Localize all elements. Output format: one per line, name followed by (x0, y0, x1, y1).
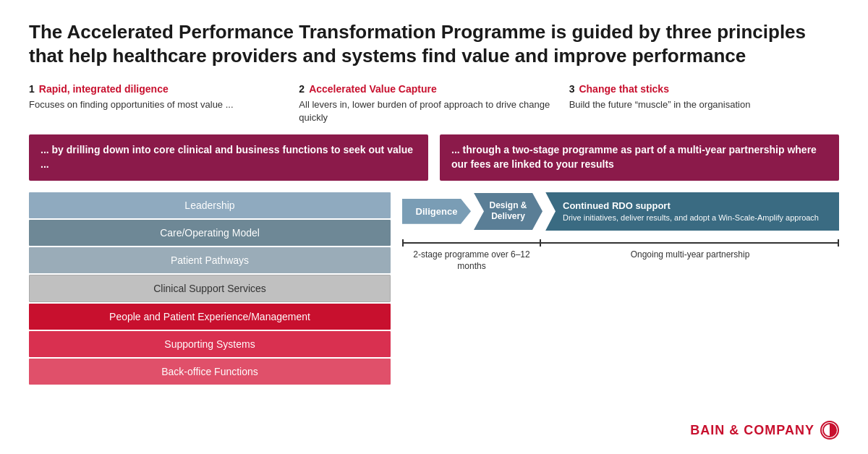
bain-logo: BAIN & COMPANY (690, 421, 839, 440)
timeline-right-line (541, 239, 839, 247)
bain-text: BAIN & COMPANY (690, 423, 814, 438)
principle-1-desc: Focuses on finding opportunities of most… (29, 98, 284, 111)
stack-container: Leadership Care/Operating Model Patient … (29, 192, 391, 386)
tick-right (838, 239, 839, 247)
principle-3-desc: Build the future “muscle” in the organis… (569, 98, 825, 111)
banner-right: ... through a two-stage programme as par… (440, 134, 839, 180)
principles-row: 1 Rapid, integrated diligence Focuses on… (29, 83, 839, 124)
arrow-diligence: Diligence (402, 199, 471, 224)
diagram-container: Diligence Design & Delivery Continued RD… (402, 192, 839, 273)
principle-3: 3 Change that sticks Build the future “m… (569, 83, 839, 124)
principle-3-name: Change that sticks (579, 83, 668, 95)
principle-3-number: 3 (569, 83, 575, 95)
timeline-right-label: Ongoing multi-year partnership (541, 249, 839, 272)
timeline-left-line (402, 239, 541, 247)
timeline-labels: 2-stage programme over 6–12 months Ongoi… (402, 249, 839, 272)
principle-1-title: 1 Rapid, integrated diligence (29, 83, 284, 95)
stack-backoffice: Back-office Functions (29, 359, 391, 385)
principle-3-title: 3 Change that sticks (569, 83, 825, 95)
page-title: The Accelerated Performance Transformati… (29, 20, 825, 67)
stack-care: Care/Operating Model (29, 220, 391, 246)
arrow-design: Design & Delivery (474, 193, 542, 230)
timeline: 2-stage programme over 6–12 months Ongoi… (402, 239, 839, 272)
principle-1: 1 Rapid, integrated diligence Focuses on… (29, 83, 299, 124)
stack-people: People and Patient Experience/Management (29, 304, 391, 330)
principle-1-number: 1 (29, 83, 35, 95)
arrows-row: Diligence Design & Delivery Continued RD… (402, 192, 839, 231)
timeline-left-label: 2-stage programme over 6–12 months (402, 249, 541, 272)
bottom-row: Leadership Care/Operating Model Patient … (29, 192, 839, 386)
stack-supporting: Supporting Systems (29, 331, 391, 357)
line-left (404, 242, 540, 244)
principle-2-title: 2 Accelerated Value Capture (299, 83, 554, 95)
principle-2-number: 2 (299, 83, 305, 95)
arrow-continued-title: Continued RDO support (563, 200, 829, 213)
stack-pathways: Patient Pathways (29, 247, 391, 273)
principle-2-name: Accelerated Value Capture (309, 83, 437, 95)
principle-2: 2 Accelerated Value Capture All levers i… (299, 83, 569, 124)
banners-row: ... by drilling down into core clinical … (29, 134, 839, 180)
timeline-lines (402, 239, 839, 247)
bain-circle-icon (820, 421, 839, 440)
arrow-continued: Continued RDO support Drive initiatives,… (545, 192, 839, 231)
stack-leadership: Leadership (29, 192, 391, 218)
stack-clinical: Clinical Support Services (29, 275, 391, 302)
line-right (541, 242, 838, 244)
principle-2-desc: All levers in, lower burden of proof app… (299, 98, 554, 124)
arrow-continued-desc: Drive initiatives, deliver results, and … (563, 213, 829, 223)
principle-1-name: Rapid, integrated diligence (39, 83, 169, 95)
banner-left: ... by drilling down into core clinical … (29, 134, 428, 180)
